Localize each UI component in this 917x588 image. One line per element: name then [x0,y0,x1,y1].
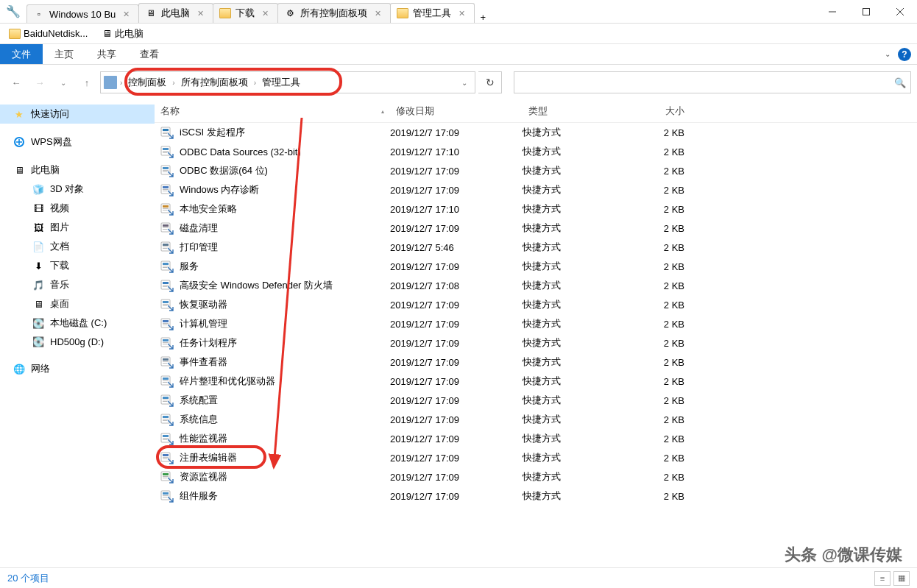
view-details-button[interactable]: ≡ [874,571,891,586]
file-type: 快捷方式 [523,489,633,503]
sidebar-wps[interactable]: WPS网盘 [0,132,155,152]
recent-dropdown[interactable]: ⌄ [53,72,74,93]
file-row-8[interactable]: 高级安全 Windows Defender 防火墙2019/12/7 17:08… [155,276,917,295]
sidebar-pc-child-4[interactable]: ⬇下载 [0,256,155,275]
file-row-12[interactable]: 事件查看器2019/12/7 17:09快捷方式2 KB [155,353,917,372]
sidebar-pc-child-1[interactable]: 🎞视频 [0,199,155,218]
svg-rect-22 [163,208,169,209]
minimize-button[interactable] [815,0,849,24]
shortcut-icon [160,145,174,158]
file-row-7[interactable]: 服务2019/12/7 17:09快捷方式2 KB [155,257,917,276]
quick-label: BaiduNetdisk... [24,28,88,39]
file-row-16[interactable]: 性能监视器2019/12/7 17:09快捷方式2 KB [155,429,917,448]
ribbon-tab-home[interactable]: 主页 [43,44,85,64]
refresh-button[interactable]: ↻ [478,71,502,93]
sidebar-pc-child-4-icon: ⬇ [32,260,44,272]
svg-rect-29 [163,244,169,246]
file-row-5[interactable]: 磁盘清理2019/12/7 17:09快捷方式2 KB [155,219,917,238]
column-name[interactable]: 名称▴ [155,103,390,119]
breadcrumb-item-2[interactable]: 管理工具 [258,76,305,89]
column-type[interactable]: 类型 [523,103,633,119]
shortcut-icon [160,394,174,407]
sidebar-pc-child-6[interactable]: 🖥桌面 [0,294,155,314]
address-dropdown-icon[interactable]: ⌄ [457,79,472,87]
column-size[interactable]: 大小 [633,103,707,119]
file-size: 2 KB [633,185,707,196]
shortcut-icon [160,489,174,503]
sidebar-network-label: 网络 [31,362,50,375]
quick-item-0[interactable]: BaiduNetdisk... [4,26,92,40]
tab-close-icon[interactable]: ✕ [372,9,384,18]
breadcrumb-item-1[interactable]: 所有控制面板项 [177,76,252,89]
tab-close-icon[interactable]: ✕ [120,10,132,19]
pc-icon: 🖥 [102,28,112,39]
file-row-10[interactable]: 计算机管理2019/12/7 17:09快捷方式2 KB [155,314,917,333]
sidebar-pc-child-7[interactable]: 💽本地磁盘 (C:) [0,314,155,333]
back-button[interactable]: ← [6,72,26,93]
ribbon-tab-view[interactable]: 查看 [128,44,171,64]
tab-close-icon[interactable]: ✕ [456,9,468,18]
sidebar-quick[interactable]: ★快速访问 [0,105,155,124]
browser-tab-2[interactable]: 下载✕ [213,3,278,23]
search-box[interactable]: 🔍 [514,71,911,93]
file-row-2[interactable]: ODBC 数据源(64 位)2019/12/7 17:09快捷方式2 KB [155,161,917,180]
ribbon-file-tab[interactable]: 文件 [0,44,43,64]
view-large-button[interactable]: ▦ [893,571,910,586]
close-button[interactable] [883,0,917,24]
file-type: 快捷方式 [523,432,633,445]
file-name-label: 碎片整理和优化驱动器 [180,375,275,388]
browser-tab-1[interactable]: 🖥此电脑✕ [138,3,213,23]
file-row-0[interactable]: iSCSI 发起程序2019/12/7 17:09快捷方式2 KB [155,123,917,142]
file-row-13[interactable]: 碎片整理和优化驱动器2019/12/7 17:09快捷方式2 KB [155,372,917,391]
file-row-15[interactable]: 系统信息2019/12/7 17:09快捷方式2 KB [155,410,917,429]
browser-tab-0[interactable]: ▫Windows 10 Bu✕ [26,4,139,23]
breadcrumb-item-0[interactable]: 控制面板 [124,76,171,89]
sidebar-pc[interactable]: 🖥此电脑 [0,160,155,180]
svg-rect-6 [163,132,169,132]
browser-tab-4[interactable]: 管理工具✕ [390,3,475,23]
sidebar-pc-child-3[interactable]: 📄文档 [0,237,155,256]
file-size: 2 KB [633,146,707,157]
file-name-label: ODBC Data Sources (32-bit) [180,146,301,157]
file-name-label: 磁盘清理 [180,222,218,235]
file-row-4[interactable]: 本地安全策略2019/12/7 17:10快捷方式2 KB [155,199,917,219]
new-tab-button[interactable]: + [474,12,492,23]
sidebar-pc-child-5[interactable]: 🎵音乐 [0,275,155,294]
file-row-18[interactable]: 资源监视器2019/12/7 17:09快捷方式2 KB [155,467,917,486]
svg-rect-45 [163,320,169,322]
address-box[interactable]: › 控制面板 › 所有控制面板项 › 管理工具 ⌄ [100,71,475,93]
file-row-3[interactable]: Windows 内存诊断2019/12/7 17:09快捷方式2 KB [155,180,917,199]
file-row-1[interactable]: ODBC Data Sources (32-bit)2019/12/7 17:1… [155,142,917,161]
sidebar-pc-child-3-label: 文档 [50,240,69,253]
file-date: 2019/12/7 17:09 [390,166,523,177]
shortcut-icon [160,413,174,426]
svg-rect-59 [163,382,167,383]
sidebar-pc-child-0[interactable]: 🧊3D 对象 [0,180,155,199]
file-row-9[interactable]: 恢复驱动器2019/12/7 17:09快捷方式2 KB [155,295,917,314]
file-row-11[interactable]: 任务计划程序2019/12/7 17:09快捷方式2 KB [155,333,917,353]
file-size: 2 KB [633,357,707,368]
forward-button[interactable]: → [29,72,50,93]
tab-close-icon[interactable]: ✕ [259,9,272,18]
sidebar-pc-child-2[interactable]: 🖼图片 [0,218,155,237]
settings-icon[interactable]: 🔧 [0,0,26,23]
sidebar-pc-child-8[interactable]: 💽HD500g (D:) [0,333,155,350]
quick-item-1[interactable]: 🖥此电脑 [98,26,148,42]
up-button[interactable]: ↑ [77,72,97,93]
file-row-19[interactable]: 组件服务2019/12/7 17:09快捷方式2 KB [155,486,917,506]
column-date[interactable]: 修改日期 [390,103,523,119]
browser-tab-3[interactable]: ⚙所有控制面板项✕ [277,3,391,23]
ribbon-tab-share[interactable]: 共享 [85,44,128,64]
file-row-14[interactable]: 系统配置2019/12/7 17:09快捷方式2 KB [155,391,917,410]
ribbon-collapse-icon[interactable]: ⌄ [885,50,891,58]
help-icon[interactable]: ? [898,48,911,61]
tab-close-icon[interactable]: ✕ [194,9,207,18]
shortcut-icon [160,183,174,196]
file-row-17[interactable]: 注册表编辑器2019/12/7 17:09快捷方式2 KB [155,448,917,467]
quickaccess-bar: BaiduNetdisk...🖥此电脑 [0,24,917,44]
sidebar-network[interactable]: 🌐网络 [0,359,155,378]
maximize-button[interactable] [849,0,883,24]
file-row-6[interactable]: 打印管理2019/12/7 5:46快捷方式2 KB [155,238,917,257]
file-name-label: 事件查看器 [180,355,227,369]
sidebar-pc-child-0-icon: 🧊 [32,183,44,195]
